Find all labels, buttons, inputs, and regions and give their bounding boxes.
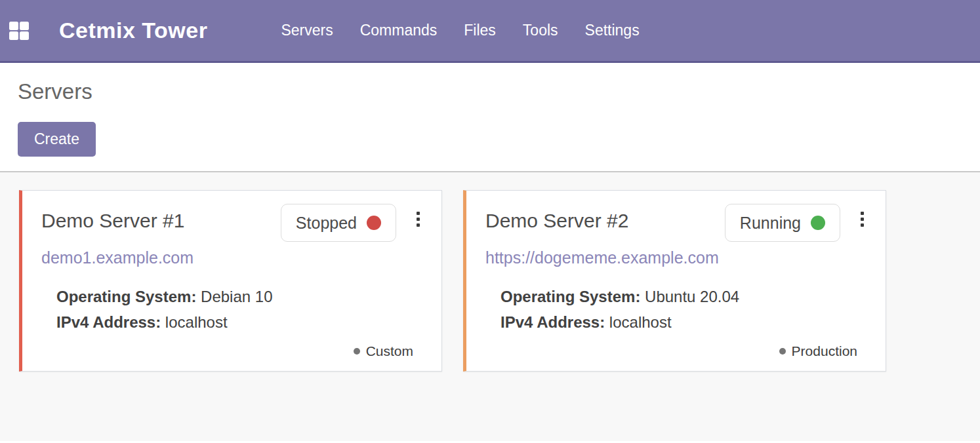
ip-label: IPv4 Address: (500, 313, 605, 331)
ip-value: localhost (165, 313, 228, 331)
kebab-menu-icon[interactable] (415, 209, 422, 229)
os-label: Operating System: (500, 288, 640, 305)
apps-grid-icon[interactable] (9, 22, 29, 40)
nav-item-tools[interactable]: Tools (523, 22, 558, 39)
card-footer: Custom (41, 343, 422, 359)
brand-title[interactable]: Cetmix Tower (59, 18, 207, 43)
status-pill[interactable]: Stopped (281, 204, 396, 242)
os-row: Operating System: Debian 10 (56, 284, 422, 309)
nav-item-files[interactable]: Files (464, 22, 496, 39)
card-footer: Production (485, 343, 866, 359)
status-pill[interactable]: Running (725, 204, 840, 242)
status-label: Running (740, 214, 801, 233)
server-card[interactable]: Demo Server #1 Stopped demo1.example.com… (19, 190, 442, 372)
servers-kanban: Demo Server #1 Stopped demo1.example.com… (0, 171, 980, 441)
server-tag: Production (779, 343, 857, 359)
status-dot-icon (367, 216, 381, 230)
os-value: Ubuntu 20.04 (645, 288, 739, 305)
server-card[interactable]: Demo Server #2 Running https://dogememe.… (463, 190, 886, 372)
os-row: Operating System: Ubuntu 20.04 (500, 284, 866, 309)
nav-item-settings[interactable]: Settings (585, 22, 640, 39)
main-nav: Servers Commands Files Tools Settings (281, 22, 639, 39)
card-header: Demo Server #1 Stopped (41, 204, 422, 242)
os-label: Operating System: (56, 288, 196, 305)
page-top: Servers Create (0, 63, 980, 171)
tag-dot-icon (354, 348, 360, 355)
nav-item-commands[interactable]: Commands (360, 22, 438, 39)
server-title: Demo Server #2 (485, 204, 725, 232)
tag-label: Production (792, 343, 857, 359)
create-button[interactable]: Create (18, 122, 96, 157)
tag-dot-icon (779, 348, 786, 355)
ip-row: IPv4 Address: localhost (56, 309, 422, 335)
page-title: Servers (18, 79, 980, 104)
tag-label: Custom (366, 343, 413, 359)
status-label: Stopped (296, 214, 357, 233)
ip-value: localhost (609, 313, 672, 331)
kebab-menu-icon[interactable] (859, 209, 866, 229)
server-details: Operating System: Debian 10 IPv4 Address… (41, 284, 422, 335)
server-url-link[interactable]: demo1.example.com (41, 248, 194, 267)
ip-label: IPv4 Address: (56, 313, 161, 331)
server-title: Demo Server #1 (41, 204, 281, 232)
status-dot-icon (811, 216, 825, 230)
server-tag: Custom (354, 343, 413, 359)
app-header: Cetmix Tower Servers Commands Files Tool… (0, 0, 980, 63)
os-value: Debian 10 (201, 288, 272, 305)
card-header: Demo Server #2 Running (485, 204, 866, 242)
nav-item-servers[interactable]: Servers (281, 22, 333, 39)
ip-row: IPv4 Address: localhost (500, 309, 866, 335)
server-url-link[interactable]: https://dogememe.example.com (485, 248, 719, 267)
server-details: Operating System: Ubuntu 20.04 IPv4 Addr… (485, 284, 866, 335)
